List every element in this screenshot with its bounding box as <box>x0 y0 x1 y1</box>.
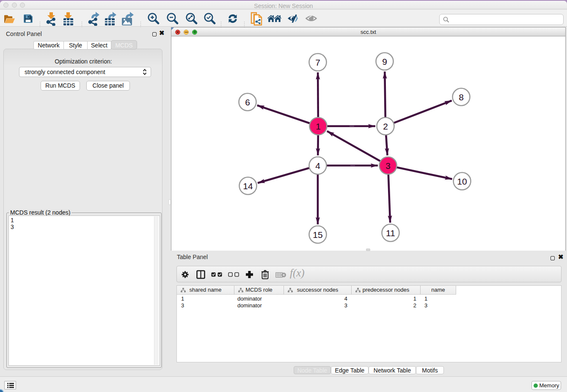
svg-text:9: 9 <box>382 57 387 66</box>
svg-text:7: 7 <box>315 58 320 67</box>
svg-text:11: 11 <box>386 228 395 238</box>
svg-text:4: 4 <box>315 161 320 171</box>
svg-text:10: 10 <box>457 177 467 186</box>
svg-text:2: 2 <box>383 121 388 131</box>
svg-text:15: 15 <box>313 230 322 240</box>
svg-text:8: 8 <box>459 92 464 102</box>
svg-text:14: 14 <box>243 181 253 191</box>
svg-text:3: 3 <box>385 161 391 171</box>
svg-text:6: 6 <box>245 97 250 107</box>
svg-text:1: 1 <box>316 121 321 131</box>
